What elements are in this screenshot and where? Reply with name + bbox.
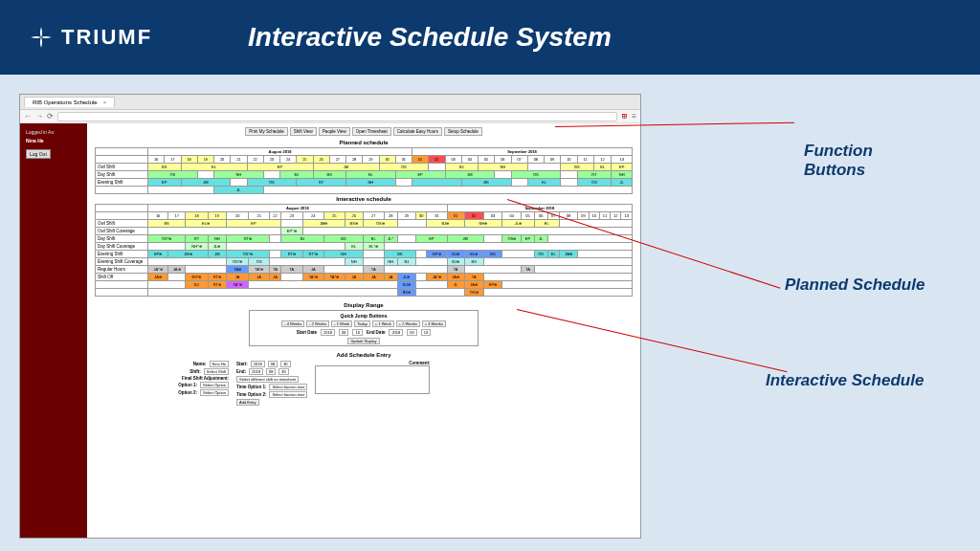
shift-cell[interactable]: JL*: [384, 235, 397, 243]
shift-cell[interactable]: JA⊕: [168, 266, 186, 274]
shift-cell[interactable]: EL: [527, 179, 561, 187]
shift-cell[interactable]: JM⊕: [168, 251, 208, 258]
shift-cell[interactable]: EP: [395, 171, 445, 179]
shift-cell[interactable]: JM: [313, 164, 379, 171]
quick-jump-5[interactable]: + 2 Weeks: [396, 320, 420, 327]
shift-cell[interactable]: OS⊕: [464, 289, 483, 297]
shift-cell[interactable]: EL: [363, 235, 384, 243]
shift-cell[interactable]: [464, 266, 522, 274]
shift-cell[interactable]: [269, 251, 280, 258]
shift-cell[interactable]: RT*⊕: [302, 251, 323, 258]
shift-cell[interactable]: JA*⊕: [427, 274, 447, 281]
shift-cell[interactable]: [148, 258, 227, 266]
shift-cell[interactable]: TA*⊕: [226, 281, 249, 289]
shift-cell[interactable]: [384, 243, 632, 251]
shift-cell[interactable]: [397, 235, 415, 243]
shift-cell[interactable]: OS: [511, 171, 561, 179]
start-year-select[interactable]: 2018: [321, 329, 335, 336]
shift-cell[interactable]: [416, 274, 427, 281]
shift-cell[interactable]: BS: [561, 164, 594, 171]
shift-cell[interactable]: [511, 179, 527, 187]
shift-cell[interactable]: BJ: [281, 235, 324, 243]
shift-cell[interactable]: JA⊕: [447, 274, 464, 281]
shift-cell[interactable]: BS: [324, 235, 364, 243]
quick-jump-1[interactable]: - 2 Weeks: [306, 320, 329, 327]
shift-cell[interactable]: TA: [363, 266, 384, 274]
shift-cell[interactable]: RT⊕: [208, 274, 226, 281]
shift-cell[interactable]: TA: [522, 266, 534, 274]
shift-cell[interactable]: [231, 179, 247, 187]
shift-cell[interactable]: [363, 251, 384, 258]
time-opt2-select[interactable]: Select fraction time: [269, 391, 307, 398]
shift-cell[interactable]: NH: [324, 251, 364, 258]
fn-button-2[interactable]: People View: [319, 127, 350, 136]
shift-cell[interactable]: [502, 251, 534, 258]
fsa-select[interactable]: Select different shift on timesheet: [236, 376, 299, 383]
shift-cell[interactable]: [416, 258, 448, 266]
shift-cell[interactable]: EL*⊕: [363, 243, 384, 251]
shift-cell[interactable]: JA*⊕: [148, 266, 168, 274]
shift-cell[interactable]: JL: [447, 281, 464, 289]
shift-cell[interactable]: [395, 179, 412, 187]
shift-cell[interactable]: JM: [445, 171, 495, 179]
shift-cell[interactable]: NH: [345, 258, 363, 266]
shift-cell[interactable]: OS: [247, 179, 297, 187]
shift-cell[interactable]: JM⊕: [559, 251, 577, 258]
shift-cell[interactable]: TA*⊕: [249, 266, 270, 274]
shift-cell[interactable]: TA*⊕: [324, 274, 345, 281]
shift-cell[interactable]: [148, 243, 186, 251]
shift-cell[interactable]: [186, 266, 227, 274]
shift-cell[interactable]: BJ: [397, 258, 415, 266]
shift-cell[interactable]: [397, 220, 427, 228]
menu-icon[interactable]: ≡: [632, 112, 636, 121]
shift-cell[interactable]: OS: [249, 258, 270, 266]
shift-cell[interactable]: NH: [208, 235, 226, 243]
shift-cell[interactable]: BJ: [186, 281, 209, 289]
shift-select[interactable]: Select Shift: [204, 368, 229, 375]
shift-cell[interactable]: [302, 228, 632, 235]
shift-cell[interactable]: OS: [534, 251, 547, 258]
shift-cell[interactable]: EL: [593, 164, 612, 171]
shift-cell[interactable]: JA: [363, 274, 384, 281]
quick-jump-2[interactable]: - 1 Week: [331, 320, 352, 327]
shift-cell[interactable]: EL⊕: [464, 251, 483, 258]
shift-cell[interactable]: [197, 171, 213, 179]
shift-cell[interactable]: EL: [346, 171, 396, 179]
shift-cell[interactable]: JA: [384, 274, 397, 281]
shift-cell[interactable]: [561, 179, 577, 187]
shift-cell[interactable]: OS: [148, 171, 198, 179]
shift-cell[interactable]: [561, 171, 577, 179]
back-icon[interactable]: ←: [24, 112, 32, 121]
shift-cell[interactable]: TA: [447, 266, 464, 274]
shift-cell[interactable]: EP: [226, 220, 280, 228]
shift-cell[interactable]: [281, 220, 303, 228]
shift-cell[interactable]: [148, 289, 398, 297]
shift-cell[interactable]: NH: [612, 171, 633, 179]
shift-cell[interactable]: [263, 171, 279, 179]
shift-cell[interactable]: BS: [461, 179, 511, 187]
quick-jump-3[interactable]: Today: [354, 320, 370, 327]
shift-cell[interactable]: TA: [281, 266, 303, 274]
shift-cell[interactable]: [483, 258, 632, 266]
logout-button[interactable]: Log Out: [26, 149, 51, 159]
shift-cell[interactable]: [416, 281, 448, 289]
end-month-select[interactable]: 09: [407, 329, 416, 336]
shift-cell[interactable]: BS: [148, 220, 186, 228]
end-year-select[interactable]: 2018: [389, 329, 403, 336]
shift-cell[interactable]: [226, 243, 345, 251]
shift-cell[interactable]: NH: [346, 179, 396, 187]
shift-cell[interactable]: OS*⊕: [226, 251, 269, 258]
shift-cell[interactable]: [148, 281, 186, 289]
shift-cell[interactable]: NH⊕: [464, 220, 502, 228]
shift-cell[interactable]: BS: [483, 251, 501, 258]
shift-cell[interactable]: EP: [148, 179, 182, 187]
shift-cell[interactable]: [148, 228, 281, 235]
quick-jump-0[interactable]: - 4 Weeks: [281, 320, 304, 327]
update-display-button[interactable]: Update Display: [347, 338, 379, 344]
shift-cell[interactable]: JA: [345, 274, 363, 281]
shift-cell[interactable]: BJ⊕: [447, 258, 464, 266]
shift-cell[interactable]: TA: [269, 266, 280, 274]
start-month-select[interactable]: 08: [339, 329, 348, 336]
shift-cell[interactable]: RT: [297, 179, 346, 187]
shift-cell[interactable]: JA: [249, 274, 270, 281]
